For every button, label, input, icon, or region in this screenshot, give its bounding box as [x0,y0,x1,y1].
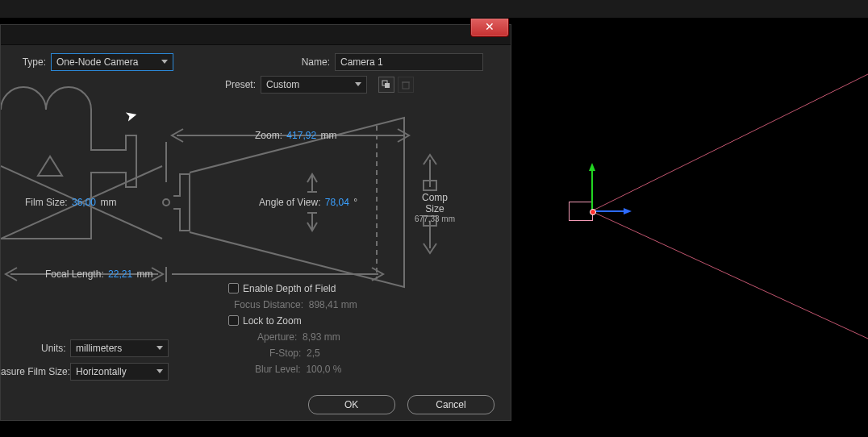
chevron-down-icon [156,369,163,373]
measure-film-size-label: asure Film Size: [1,366,70,377]
camera-settings-dialog: ✕ Type: One-Node Camera Name: Camera 1 P… [0,24,511,421]
units-label: Units: [41,343,66,354]
zoom-label: Zoom: 417,92 mm [255,130,336,141]
name-input[interactable]: Camera 1 [335,53,483,71]
camera-diagram: Zoom: 417,92 mm Film Size: 36,00 mm Angl… [1,85,493,279]
angle-of-view-label: Angle of View: 78,04 ° [259,197,357,208]
comp-size-value: 677,33 mm [412,214,457,223]
ok-button[interactable]: OK [308,395,395,414]
aperture-row: Aperture: 8,93 mm [257,331,340,343]
blur-row: Blur Level: 100,0 % [255,364,341,375]
svg-point-11 [163,199,169,206]
viewport-3d[interactable] [511,18,868,437]
focal-length-value[interactable]: 22,21 [108,268,132,280]
name-value: Camera 1 [340,56,383,68]
svg-line-1 [591,211,868,339]
svg-line-0 [591,74,868,211]
close-button[interactable]: ✕ [470,19,509,37]
dialog-button-row: OK Cancel [298,395,495,414]
measure-film-size-select[interactable]: Horizontally [70,363,169,381]
chevron-down-icon [156,346,163,350]
enable-dof-checkbox[interactable] [228,283,239,293]
film-size-label: Film Size: 36,00 mm [25,197,116,208]
lock-zoom-checkbox[interactable] [228,315,239,326]
svg-marker-3 [589,163,595,171]
zoom-value[interactable]: 417,92 [286,130,316,141]
type-value: One-Node Camera [56,56,138,68]
cancel-button[interactable]: Cancel [407,395,495,414]
type-select[interactable]: One-Node Camera [51,53,173,71]
type-label: Type: [1,56,51,68]
svg-marker-5 [624,208,632,214]
svg-marker-10 [38,156,62,176]
units-select[interactable]: millimeters [70,339,169,357]
frustum-lines [511,18,868,437]
focus-distance-row: Focus Distance: 898,41 mm [234,299,357,310]
camera-origin-dot [590,209,596,215]
camera-diagram-svg [1,85,493,295]
film-size-value[interactable]: 36,00 [72,197,96,208]
comp-size-label: Comp Size 677,33 mm [412,192,457,223]
fstop-row: F-Stop: 2,5 [269,348,320,359]
lock-zoom-row[interactable]: Lock to Zoom [228,315,302,327]
name-label: Name: [293,56,335,68]
dialog-titlebar[interactable]: ✕ [1,25,511,45]
chevron-down-icon [161,60,168,64]
enable-dof-row[interactable]: Enable Depth of Field [228,283,336,294]
focal-length-label: Focal Length: 22,21 mm [45,268,152,280]
close-icon: ✕ [485,20,495,33]
angle-of-view-value[interactable]: 78,04 [325,197,349,208]
app-topbar [0,0,868,18]
